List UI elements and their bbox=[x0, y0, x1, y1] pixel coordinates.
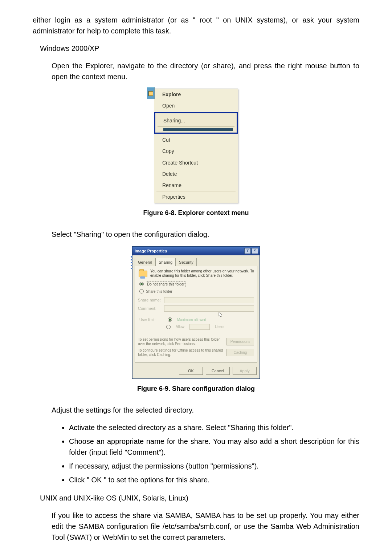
tab-general[interactable]: General bbox=[135, 258, 155, 266]
caching-text: To configure settings for Offline access… bbox=[138, 348, 224, 357]
figure-caption-68: Figure 6-8. Explorer context menu bbox=[33, 208, 359, 218]
menu-item-open[interactable]: Open bbox=[154, 100, 238, 112]
figure-caption-69: Figure 6-9. Share configuration dialog bbox=[33, 384, 359, 394]
comment-input[interactable] bbox=[164, 305, 254, 312]
share-name-label: Share name: bbox=[138, 297, 161, 303]
heading-unix: UNIX and UNIX-like OS (UNIX, Solaris, Li… bbox=[40, 493, 359, 503]
caching-button[interactable]: Caching bbox=[226, 349, 254, 356]
menu-item-explore[interactable]: Explore bbox=[154, 89, 238, 100]
paragraph: Open the Explorer, navigate to the direc… bbox=[52, 60, 359, 82]
page-number: 33 bbox=[33, 554, 359, 555]
heading-windows: Windows 2000/XP bbox=[40, 43, 359, 54]
figure-context-menu: Explore Open Sharing... Cut Copy Create … bbox=[33, 89, 359, 203]
radio-icon bbox=[166, 325, 171, 329]
paragraph: Adjust the settings for the selected dir… bbox=[52, 405, 359, 416]
users-suffix: Users bbox=[215, 324, 224, 329]
titlebar-help-button[interactable]: ? bbox=[244, 248, 251, 254]
paragraph: If you like to access the share via SAMB… bbox=[52, 510, 359, 543]
radio-icon bbox=[168, 317, 172, 322]
paragraph: Select "Sharing" to open the configurati… bbox=[52, 229, 359, 240]
radio-label: Share this folder bbox=[146, 289, 172, 294]
share-name-input[interactable] bbox=[164, 297, 254, 303]
list-item: Click " OK " to set the options for this… bbox=[69, 474, 359, 485]
apply-button[interactable]: Apply bbox=[233, 367, 257, 375]
decoration-dots bbox=[131, 256, 132, 271]
menu-item-delete[interactable]: Delete bbox=[154, 169, 238, 180]
list-item: If necessary, adjust the permissions (bu… bbox=[69, 461, 359, 471]
permissions-button[interactable]: Permissions bbox=[226, 338, 254, 345]
dialog-tabs: General Sharing Security bbox=[132, 255, 260, 266]
bullet-list: Activate the selected directory as a sha… bbox=[47, 422, 359, 485]
paragraph: either login as a system administrator (… bbox=[33, 15, 359, 36]
properties-dialog: image Properties ? × General Sharing Sec… bbox=[132, 246, 260, 379]
list-item: Choose an appropriate name for the share… bbox=[69, 436, 359, 458]
ok-button[interactable]: OK bbox=[179, 367, 203, 375]
cancel-button[interactable]: Cancel bbox=[206, 367, 230, 375]
figure-sharing-dialog: image Properties ? × General Sharing Sec… bbox=[33, 246, 359, 379]
radio-max-allowed[interactable]: Maximum allowed bbox=[177, 317, 206, 323]
radio-share-this-folder[interactable]: Share this folder bbox=[138, 288, 254, 295]
shared-folder-icon bbox=[138, 269, 148, 278]
user-limit-label: User limit: bbox=[139, 317, 163, 323]
cursor-icon bbox=[219, 312, 223, 318]
tab-sharing[interactable]: Sharing bbox=[155, 258, 176, 266]
list-item: Activate the selected directory as a sha… bbox=[69, 422, 359, 433]
titlebar-close-button[interactable]: × bbox=[252, 248, 258, 254]
tab-security[interactable]: Security bbox=[176, 258, 197, 266]
permissions-text: To set permissions for how users access … bbox=[138, 337, 224, 346]
comment-label: Comment: bbox=[138, 305, 161, 312]
radio-icon bbox=[139, 282, 144, 286]
radio-do-not-share[interactable]: Do not share this folder bbox=[138, 280, 254, 288]
radio-allow-label[interactable]: Allow bbox=[176, 324, 184, 329]
dialog-info-text: You can share this folder among other us… bbox=[150, 269, 254, 278]
context-menu: Explore Open Sharing... Cut Copy Create … bbox=[154, 89, 238, 203]
menu-item-rename[interactable]: Rename bbox=[154, 180, 238, 191]
menu-item-properties[interactable]: Properties bbox=[154, 191, 238, 203]
menu-item-copy[interactable]: Copy bbox=[154, 146, 238, 157]
menu-item-cut[interactable]: Cut bbox=[154, 134, 238, 146]
menu-highlight-box: Sharing... bbox=[154, 112, 238, 134]
folder-icon bbox=[147, 87, 155, 99]
dialog-title-text: image Properties bbox=[135, 248, 167, 254]
user-count-input[interactable] bbox=[189, 324, 210, 330]
radio-icon bbox=[139, 289, 144, 293]
dialog-titlebar: image Properties ? × bbox=[132, 247, 260, 255]
radio-label: Do not share this folder bbox=[146, 281, 185, 287]
menu-item-create-shortcut[interactable]: Create Shortcut bbox=[154, 157, 238, 169]
menu-item-sharing[interactable]: Sharing... bbox=[155, 115, 237, 126]
